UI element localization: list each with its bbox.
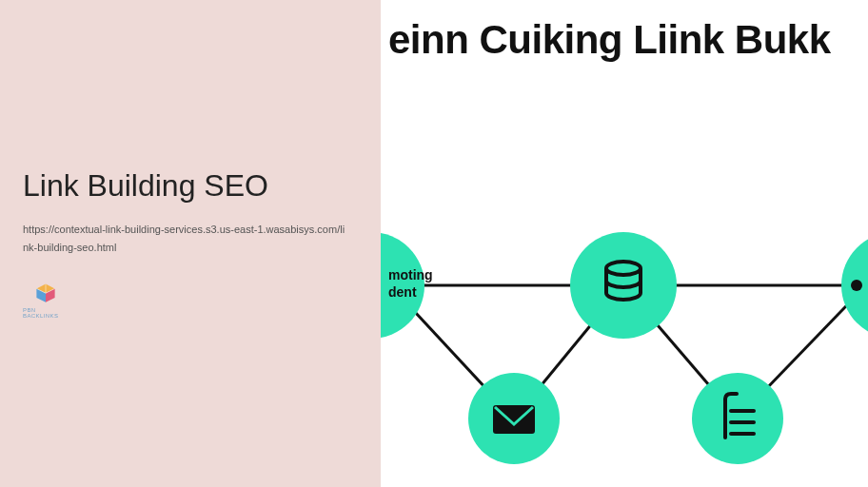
brand-logo: PBN BACKLINKS (23, 282, 69, 319)
logo-caption: PBN BACKLINKS (23, 307, 69, 319)
page-title: Link Building SEO (23, 168, 358, 204)
node-left-label-line1: moting (388, 267, 433, 282)
illustration-panel: einn Cuiking Liink Bukk moting dent (381, 0, 868, 487)
source-url: https://contextual-link-building-service… (23, 221, 346, 256)
node-right-partial (841, 232, 868, 339)
chain-cube-icon (30, 282, 62, 305)
network-diagram: moting dent (381, 190, 868, 487)
sidebar-panel: Link Building SEO https://contextual-lin… (0, 0, 381, 487)
illustration-headline: einn Cuiking Liink Bukk (388, 17, 868, 63)
node-mail (468, 373, 560, 464)
node-document (692, 373, 783, 464)
node-database (570, 232, 677, 339)
mail-icon (493, 405, 535, 434)
dot-icon (851, 280, 862, 291)
node-left-label-line2: dent (388, 284, 417, 300)
svg-point-18 (692, 373, 783, 464)
